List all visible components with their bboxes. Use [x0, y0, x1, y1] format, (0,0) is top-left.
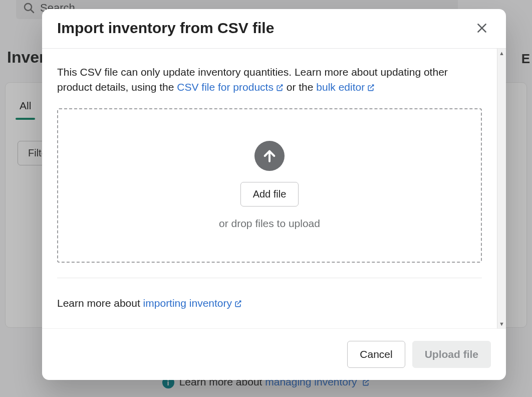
modal-learn-more: Learn more about importing inventory	[57, 278, 482, 310]
modal-footer: Cancel Upload file	[42, 328, 506, 380]
modal-title: Import inventory from CSV file	[57, 20, 274, 37]
modal-description: This CSV file can only update inventory …	[57, 65, 482, 96]
drop-hint-text: or drop files to upload	[219, 218, 320, 230]
modal-scrollbar[interactable]: ▲ ▼	[497, 49, 506, 328]
external-link-icon	[234, 298, 242, 310]
csv-products-link[interactable]: CSV file for products	[177, 81, 284, 93]
cancel-button[interactable]: Cancel	[347, 341, 405, 368]
close-button[interactable]	[473, 19, 491, 37]
scroll-up-arrow[interactable]: ▲	[497, 49, 506, 58]
external-link-icon	[367, 81, 375, 96]
close-icon	[475, 22, 488, 35]
bulk-editor-link[interactable]: bulk editor	[316, 81, 375, 93]
upload-icon	[254, 141, 285, 171]
modal-body: This CSV file can only update inventory …	[42, 49, 497, 328]
upload-file-button[interactable]: Upload file	[412, 341, 491, 368]
external-link-icon	[276, 81, 284, 96]
import-inventory-modal: Import inventory from CSV file This CSV …	[42, 9, 506, 380]
scroll-down-arrow[interactable]: ▼	[497, 319, 506, 328]
modal-header: Import inventory from CSV file	[42, 9, 506, 49]
file-dropzone[interactable]: Add file or drop files to upload	[57, 108, 482, 263]
add-file-button[interactable]: Add file	[240, 182, 299, 207]
importing-inventory-link[interactable]: importing inventory	[143, 297, 242, 309]
